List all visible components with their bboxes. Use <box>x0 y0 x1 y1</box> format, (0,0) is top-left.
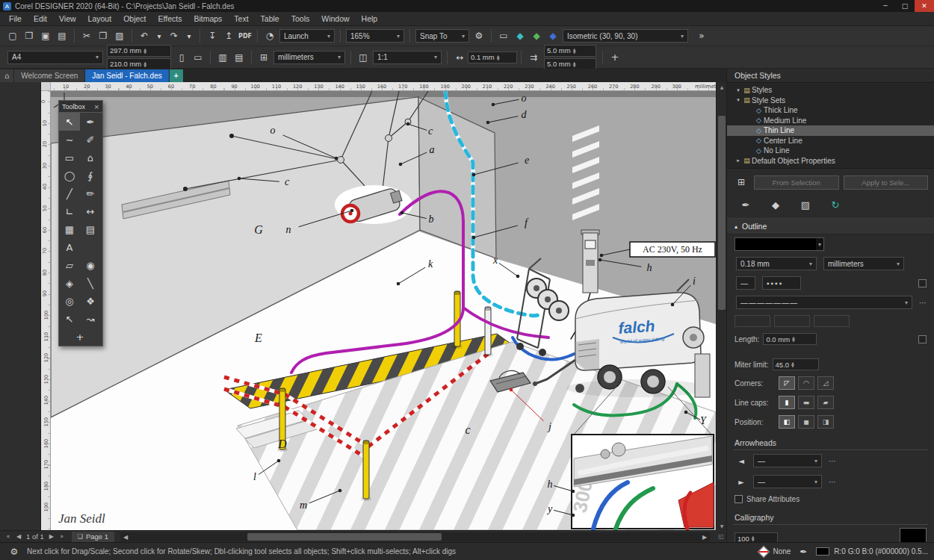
import-icon[interactable]: ↧ <box>205 28 220 43</box>
shape-edit-tool[interactable]: ✐ <box>80 131 101 149</box>
launch-combo[interactable]: Launch▾ <box>279 29 335 43</box>
print-icon[interactable]: ▤ <box>55 28 69 43</box>
tab-document[interactable]: Jan Seidl - Falch.des <box>85 69 168 82</box>
threed-box-tool[interactable]: ▱ <box>59 256 80 274</box>
vertical-scroll-thumb[interactable] <box>718 116 726 310</box>
prev-page-button[interactable]: ◀ <box>13 532 24 542</box>
eyedropper-tool[interactable]: ╲ <box>80 274 101 292</box>
style-tree-item-no-line[interactable]: ◇No Line <box>727 146 934 156</box>
graph-paper-tool[interactable]: ▤ <box>80 220 101 238</box>
technical-illustration[interactable]: falch world of water jetting <box>51 91 716 530</box>
toolbox-close-icon[interactable]: × <box>93 103 99 111</box>
curve-tool[interactable]: ∼ <box>59 131 80 149</box>
from-selection-button[interactable]: From Selection <box>754 175 839 190</box>
first-page-button[interactable]: « <box>3 532 13 542</box>
outline-width-combo[interactable]: 0.18 mm▾ <box>736 257 817 270</box>
line-cap-1-button[interactable]: ▮ <box>779 396 795 409</box>
dimension-tool[interactable]: ↔ <box>80 202 101 220</box>
wall-cleaning-head[interactable] <box>335 185 412 224</box>
style-tree-item-thick-line[interactable]: ◇Thick Line <box>727 105 934 116</box>
navigator-button[interactable]: ◱ <box>716 530 726 542</box>
add-propbar-button[interactable]: + <box>607 50 622 65</box>
options-gear-icon[interactable]: ⚙ <box>471 28 486 43</box>
dash-preview[interactable]: ▪▪▪▪ <box>762 276 801 290</box>
style-tree-item-medium-line[interactable]: ◇Medium Line <box>727 116 934 126</box>
new-document-icon[interactable]: ▢ <box>5 28 20 43</box>
style-tree-item-default-object-properties[interactable]: ▸▤Default Object Properties <box>727 156 934 167</box>
duplicate-x-spin[interactable]: 5.0 mm▲▼ <box>544 45 596 57</box>
outline-color-dropdown[interactable]: ▾ <box>734 237 824 251</box>
table-tool[interactable]: ▦ <box>59 220 80 238</box>
snap-to-combo[interactable]: Snap To▾ <box>415 29 469 43</box>
welcome-home-tab[interactable]: ⌂ <box>0 69 13 82</box>
line-style-dropdown[interactable]: ———————▾ <box>736 296 912 309</box>
portrait-icon[interactable]: ▯ <box>174 50 189 65</box>
miter-limit-spin[interactable]: 45.0▲▼ <box>773 358 819 370</box>
ellipse-tool[interactable]: ◯ <box>59 167 80 184</box>
save-icon[interactable]: ▣ <box>38 28 53 43</box>
projected-axes-icon-1[interactable]: ◆ <box>513 28 528 43</box>
outline-position-1-button[interactable]: ◧ <box>779 415 795 429</box>
fill-none-swatch[interactable] <box>758 545 770 558</box>
undo-dropdown[interactable]: ▾ <box>153 28 165 43</box>
arrowhead-end-combo[interactable]: —▾ <box>753 475 822 488</box>
line-style-mini[interactable]: — <box>736 276 755 290</box>
power-pillar[interactable] <box>581 230 599 293</box>
electrical-cabinet[interactable] <box>695 354 710 397</box>
menu-edit[interactable]: Edit <box>28 12 53 25</box>
pick-alt-tool[interactable]: ↖ <box>59 310 80 328</box>
publish-pdf-icon[interactable]: PDF <box>238 28 253 43</box>
apply-to-selection-button[interactable]: Apply to Sele... <box>844 175 929 190</box>
horizontal-scroll-thumb[interactable] <box>247 533 442 541</box>
arrowhead-start-combo[interactable]: —▾ <box>753 454 822 467</box>
spiral-tool[interactable]: ∮ <box>80 167 101 184</box>
line-style-options-dots[interactable]: ⋯ <box>919 299 927 307</box>
arrowhead-end-options[interactable]: ⋯ <box>829 478 836 486</box>
page-tab[interactable]: ❏ Page 1 <box>72 532 114 542</box>
drawing-scale-combo[interactable]: 1:1▾ <box>373 51 442 64</box>
nudge-spin[interactable]: 0.1 mm▲▼ <box>468 52 517 63</box>
calligraphy-section-header[interactable]: Calligraphy <box>727 511 934 524</box>
cloud-icon[interactable]: ◔ <box>262 28 277 43</box>
close-button[interactable]: ✕ <box>915 0 934 12</box>
horizontal-scrollbar[interactable]: ◀ ▶ <box>120 532 710 541</box>
all-pages-icon[interactable]: ▥ <box>215 50 230 65</box>
style-tree-item-thin-line[interactable]: ◇Thin Line <box>727 125 934 136</box>
outline-section-header[interactable]: ▴ Outline <box>727 219 934 234</box>
pan-tool[interactable]: ❖ <box>80 292 101 310</box>
text-tool[interactable]: A <box>59 238 80 256</box>
outline-color-swatch[interactable] <box>816 547 829 556</box>
projected-axes-icon-3[interactable]: ◆ <box>545 28 560 43</box>
cut-icon[interactable]: ✂ <box>79 28 94 43</box>
drawing-canvas[interactable]: falch world of water jetting <box>51 91 716 530</box>
arrowheads-section-header[interactable]: Arrowheads <box>727 436 934 449</box>
style-tree-item-style-sets[interactable]: ▾▤Style Sets <box>727 96 934 106</box>
attribute-outline-icon[interactable]: ✒ <box>738 197 753 212</box>
attribute-transparency-icon[interactable]: ▨ <box>798 197 813 212</box>
menu-effects[interactable]: Effects <box>152 12 188 25</box>
connector-tool[interactable]: ∟ <box>59 202 80 220</box>
treat-as-filled-icon[interactable]: ▭ <box>496 28 511 43</box>
menu-file[interactable]: File <box>3 12 28 25</box>
length-option-check[interactable] <box>918 335 927 343</box>
rectangle-tool[interactable]: ▭ <box>59 149 80 167</box>
callout-tool[interactable]: ◉ <box>80 256 101 274</box>
length-spin[interactable]: 0.0 mm▲▼ <box>763 333 817 345</box>
menu-bitmaps[interactable]: Bitmaps <box>188 12 228 25</box>
page-size-combo[interactable]: A4▾ <box>7 51 103 64</box>
redo-icon[interactable]: ↷ <box>167 28 182 43</box>
add-tools-button[interactable]: + <box>59 328 101 346</box>
outline-option-check[interactable] <box>918 279 927 287</box>
toolbar-overflow[interactable]: » <box>694 28 709 43</box>
nib-preview[interactable] <box>900 528 927 542</box>
pen-tool[interactable]: ✒ <box>80 113 101 131</box>
undo-icon[interactable]: ↶ <box>137 28 152 43</box>
line-cap-2-button[interactable]: ▬ <box>798 396 814 409</box>
paste-icon[interactable]: ▨ <box>112 28 127 43</box>
redo-dropdown[interactable]: ▾ <box>183 28 195 43</box>
outline-position-2-button[interactable]: ◼ <box>798 415 814 429</box>
vertical-ruler[interactable]: 0102030405060708090100110120130140150160… <box>41 91 51 530</box>
new-document-tab[interactable]: + <box>170 69 183 82</box>
arrowhead-start-options[interactable]: ⋯ <box>829 457 836 465</box>
last-page-button[interactable]: » <box>57 532 67 542</box>
